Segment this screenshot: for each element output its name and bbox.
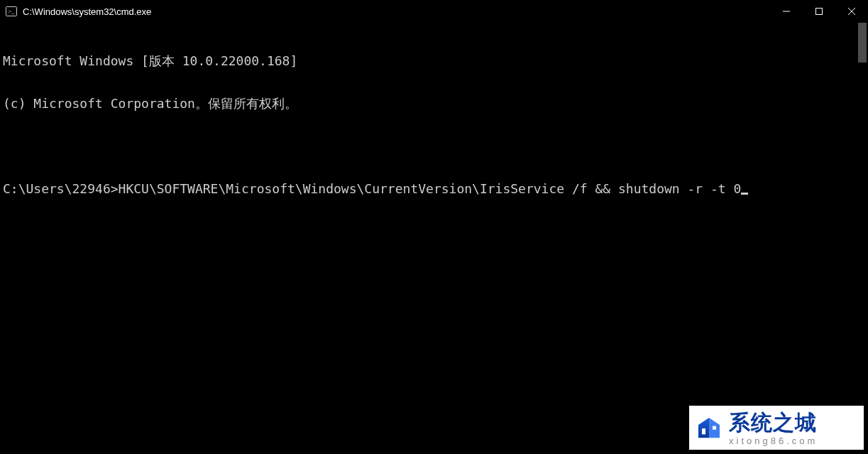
prompt: C:\Users\22946> [3,181,119,196]
watermark: 系统之城 xitong86.com [689,406,864,450]
cmd-window: >_ C:\Windows\system32\cmd.exe Microsoft… [0,0,868,454]
text-cursor [741,193,748,195]
watermark-url: xitong86.com [729,436,818,445]
svg-rect-6 [702,428,705,434]
svg-rect-7 [713,426,716,430]
terminal-line: (c) Microsoft Corporation。保留所有权利。 [3,97,868,111]
close-icon [848,8,855,15]
svg-rect-3 [816,9,823,15]
svg-text:>_: >_ [8,8,15,15]
minimize-icon [783,8,790,15]
maximize-icon [815,8,823,15]
close-button[interactable] [835,0,868,23]
maximize-button[interactable] [803,0,835,23]
watermark-text: 系统之城 xitong86.com [729,412,818,445]
scrollbar-thumb[interactable] [858,23,867,63]
terminal-viewport[interactable]: Microsoft Windows [版本 10.0.22000.168] (c… [0,23,868,454]
terminal-line: Microsoft Windows [版本 10.0.22000.168] [3,54,868,68]
command-text: HKCU\SOFTWARE\Microsoft\Windows\CurrentV… [119,181,742,196]
window-controls [770,0,868,23]
window-title: C:\Windows\system32\cmd.exe [23,6,151,17]
terminal-blank-line [3,139,868,153]
watermark-brand: 系统之城 [729,412,818,433]
watermark-logo-icon [695,414,723,443]
titlebar[interactable]: >_ C:\Windows\system32\cmd.exe [0,0,868,23]
vertical-scrollbar[interactable] [857,23,868,454]
minimize-button[interactable] [770,0,803,23]
cmd-icon: >_ [6,6,17,17]
terminal-prompt-line: C:\Users\22946>HKCU\SOFTWARE\Microsoft\W… [3,182,868,196]
